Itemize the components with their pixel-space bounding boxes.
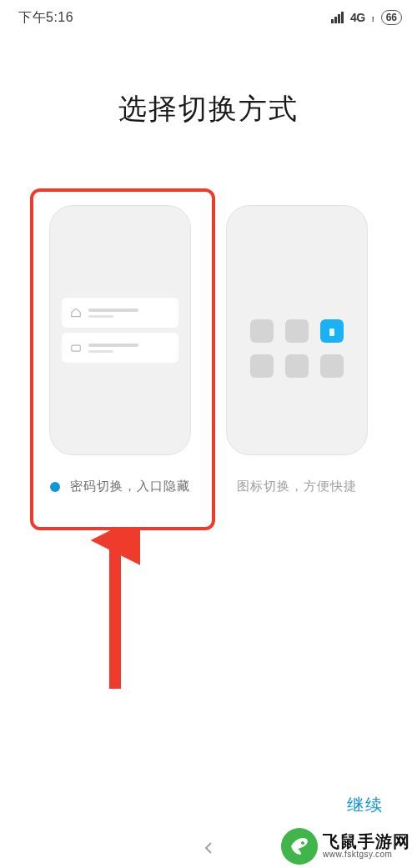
option-password-caption-row: 密码切换，入口隐藏 (50, 479, 190, 494)
option-icon-caption-row: 图标切换，方便快捷 (237, 479, 357, 494)
back-caret-icon[interactable] (201, 840, 216, 860)
battery-icon: 66 (381, 10, 402, 25)
status-right: 4G ! 66 (331, 10, 402, 25)
option-password-preview (49, 205, 191, 455)
site-watermark: 飞鼠手游网 www.fsktgsy.com (281, 828, 410, 865)
option-label: 密码切换，入口隐藏 (70, 479, 190, 494)
app-placeholder-icon (250, 354, 274, 378)
network-label: 4G (350, 11, 365, 24)
status-bar: 下午5:16 4G ! 66 (0, 0, 417, 35)
app-active-icon (320, 319, 344, 343)
signal-icon (331, 12, 344, 23)
home-outline-icon (70, 307, 82, 319)
folder-outline-icon (70, 342, 82, 354)
continue-button[interactable]: 继续 (347, 794, 384, 816)
watermark-name: 飞鼠手游网 (323, 833, 410, 850)
status-time: 下午5:16 (18, 9, 73, 27)
preview-icon-grid (227, 319, 367, 378)
signal-alert-icon: ! (372, 15, 374, 23)
radio-selected-icon (50, 482, 60, 492)
switch-mode-options: 密码切换，入口隐藏 图标切换，方便快捷 (0, 205, 417, 494)
annotation-arrow-icon (90, 530, 140, 697)
svg-rect-0 (72, 345, 81, 351)
svg-rect-1 (329, 329, 334, 336)
app-placeholder-icon (285, 319, 309, 343)
option-password-switch[interactable]: 密码切换，入口隐藏 (41, 205, 199, 494)
option-icon-preview (226, 205, 368, 455)
page-title: 选择切换方式 (0, 90, 417, 128)
app-placeholder-icon (320, 354, 344, 378)
watermark-domain: www.fsktgsy.com (323, 850, 410, 860)
preview-list-row (62, 298, 178, 328)
app-placeholder-icon (285, 354, 309, 378)
watermark-logo-icon (281, 828, 318, 865)
option-icon-switch[interactable]: 图标切换，方便快捷 (218, 205, 376, 494)
app-placeholder-icon (250, 319, 274, 343)
preview-list-row (62, 333, 178, 363)
option-label: 图标切换，方便快捷 (237, 479, 357, 494)
